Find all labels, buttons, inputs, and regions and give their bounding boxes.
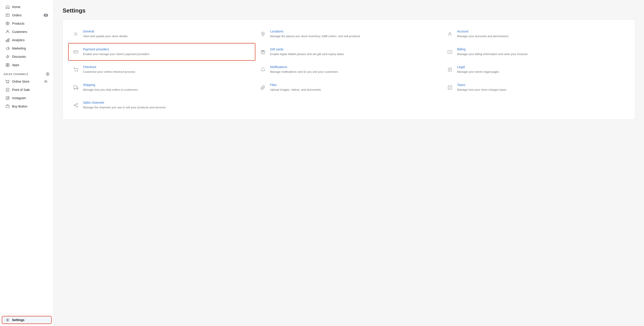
svg-point-13 — [7, 83, 7, 83]
settings-item-content-sales-channels: Sales channelsManage the channels you us… — [83, 101, 252, 110]
settings-item-content-payment-providers: Payment providersEnable and manage your … — [83, 48, 252, 56]
sidebar-item-buy-button[interactable]: Buy Button — [2, 102, 52, 110]
account-icon — [446, 30, 454, 38]
sidebar-item-analytics[interactable]: Analytics — [2, 36, 52, 44]
settings-item-content-checkout: CheckoutCustomize your online checkout p… — [83, 65, 252, 74]
settings-item-notifications[interactable]: NotificationsManage notifications sent t… — [255, 61, 442, 79]
svg-point-40 — [76, 103, 78, 105]
svg-rect-9 — [8, 65, 9, 67]
settings-item-billing[interactable]: BillingManage your billing information a… — [442, 43, 630, 61]
sidebar-item-orders[interactable]: Orders 3 — [2, 11, 52, 19]
svg-rect-2 — [6, 40, 7, 42]
settings-item-payment-providers[interactable]: Payment providersEnable and manage your … — [68, 43, 255, 61]
settings-card: GeneralView and update your store detail… — [62, 20, 635, 120]
settings-item-gift-cards[interactable]: Gift cardsEnable Apple Wallet passes and… — [255, 43, 442, 61]
settings-item-general[interactable]: GeneralView and update your store detail… — [68, 25, 255, 43]
settings-item-content-taxes: TaxesManage how your store charges taxes — [457, 83, 626, 92]
svg-line-44 — [75, 104, 76, 105]
settings-grid: GeneralView and update your store detail… — [68, 25, 630, 114]
settings-item-title-checkout: Checkout — [83, 65, 252, 69]
checkout-icon — [72, 66, 80, 74]
svg-point-34 — [74, 88, 75, 89]
settings-item-shipping[interactable]: ShippingManage how you ship orders to cu… — [68, 79, 255, 96]
shipping-icon — [72, 84, 80, 92]
settings-item-content-general: GeneralView and update your store detail… — [83, 30, 252, 39]
svg-rect-6 — [6, 63, 8, 65]
buy-button-icon — [5, 104, 10, 109]
settings-item-desc-general: View and update your store details — [83, 34, 252, 39]
settings-item-legal[interactable]: LegalManage your store's legal pages — [442, 61, 630, 79]
settings-item-desc-legal: Manage your store's legal pages — [457, 70, 626, 74]
online-store-icon — [5, 79, 10, 84]
eye-icon — [44, 79, 48, 84]
settings-item-locations[interactable]: LocationsManage the places you stock inv… — [255, 25, 442, 43]
instagram-icon — [5, 96, 10, 100]
settings-item-content-shipping: ShippingManage how you ship orders to cu… — [83, 83, 252, 92]
settings-item-taxes[interactable]: TaxesManage how your store charges taxes — [442, 79, 630, 96]
settings-item-files[interactable]: FilesUpload images, videos, and document… — [255, 79, 442, 96]
settings-item-account[interactable]: AccountManage your accounts and permissi… — [442, 25, 630, 43]
settings-item-desc-billing: Manage your billing information and view… — [457, 52, 626, 56]
svg-rect-19 — [6, 96, 9, 100]
settings-item-desc-taxes: Manage how your store charges taxes — [457, 88, 626, 92]
gift-icon — [259, 48, 267, 56]
add-sales-channel-button[interactable] — [46, 72, 50, 76]
discounts-icon — [5, 54, 10, 59]
sidebar-item-customers[interactable]: Customers — [2, 28, 52, 36]
svg-line-43 — [75, 105, 76, 106]
settings-item-title-general: General — [83, 30, 252, 33]
settings-item-desc-shipping: Manage how you ship orders to customers — [83, 88, 252, 92]
svg-point-23 — [7, 319, 8, 320]
settings-item-desc-sales-channels: Manage the channels you use to sell your… — [83, 105, 252, 110]
svg-point-41 — [74, 105, 75, 106]
svg-point-42 — [76, 106, 78, 107]
sidebar-bottom: Settings — [0, 314, 54, 326]
settings-item-content-legal: LegalManage your store's legal pages — [457, 65, 626, 74]
svg-point-14 — [8, 83, 9, 83]
sidebar-item-products[interactable]: Products — [2, 20, 52, 28]
sidebar-item-instagram[interactable]: Instagram — [2, 94, 52, 102]
sidebar-item-apps[interactable]: Apps — [2, 61, 52, 69]
settings-item-content-gift-cards: Gift cardsEnable Apple Wallet passes and… — [270, 48, 439, 56]
sidebar-item-settings[interactable]: Settings — [2, 316, 52, 324]
main-content: Settings GeneralView and update your sto… — [54, 0, 644, 326]
settings-item-desc-checkout: Customize your online checkout process — [83, 70, 252, 74]
sidebar-item-marketing[interactable]: Marketing — [2, 44, 52, 52]
settings-item-desc-payment-providers: Enable and manage your store's payment p… — [83, 52, 252, 56]
settings-item-title-gift-cards: Gift cards — [270, 48, 439, 51]
settings-item-title-shipping: Shipping — [83, 83, 252, 87]
settings-item-desc-files: Upload images, videos, and documents — [270, 88, 439, 92]
sidebar-nav: Home Orders 3 Products — [0, 0, 54, 314]
svg-rect-4 — [9, 39, 10, 42]
settings-item-desc-gift-cards: Enable Apple Wallet passes and set gift … — [270, 52, 439, 56]
settings-item-content-account: AccountManage your accounts and permissi… — [457, 30, 626, 39]
sidebar-item-pos[interactable]: Point of Sale — [2, 86, 52, 94]
orders-icon — [5, 13, 10, 18]
sidebar: Home Orders 3 Products — [0, 0, 54, 326]
settings-item-content-locations: LocationsManage the places you stock inv… — [270, 30, 439, 39]
page-title: Settings — [62, 7, 635, 14]
notification-icon — [259, 66, 267, 74]
svg-point-26 — [449, 33, 451, 34]
svg-point-15 — [46, 81, 46, 82]
svg-rect-0 — [6, 14, 9, 17]
gear-icon — [72, 30, 80, 38]
settings-item-sales-channels[interactable]: Sales channelsManage the channels you us… — [68, 96, 255, 114]
marketing-icon — [5, 46, 10, 51]
channels-icon — [72, 101, 80, 109]
sidebar-item-discounts[interactable]: Discounts — [2, 53, 52, 61]
sidebar-item-home[interactable]: Home — [2, 3, 52, 11]
settings-item-title-legal: Legal — [457, 65, 626, 69]
settings-item-content-files: FilesUpload images, videos, and document… — [270, 83, 439, 92]
settings-item-title-sales-channels: Sales channels — [83, 101, 252, 104]
svg-point-21 — [8, 97, 8, 97]
analytics-icon — [5, 38, 10, 42]
svg-line-5 — [7, 56, 8, 57]
settings-item-desc-locations: Manage the places you stock inventory, f… — [270, 34, 439, 39]
svg-point-35 — [77, 88, 78, 89]
sidebar-item-online-store[interactable]: Online Store — [2, 77, 52, 86]
svg-rect-3 — [8, 39, 8, 42]
home-icon — [5, 5, 10, 9]
svg-rect-27 — [74, 50, 78, 53]
settings-item-checkout[interactable]: CheckoutCustomize your online checkout p… — [68, 61, 255, 79]
